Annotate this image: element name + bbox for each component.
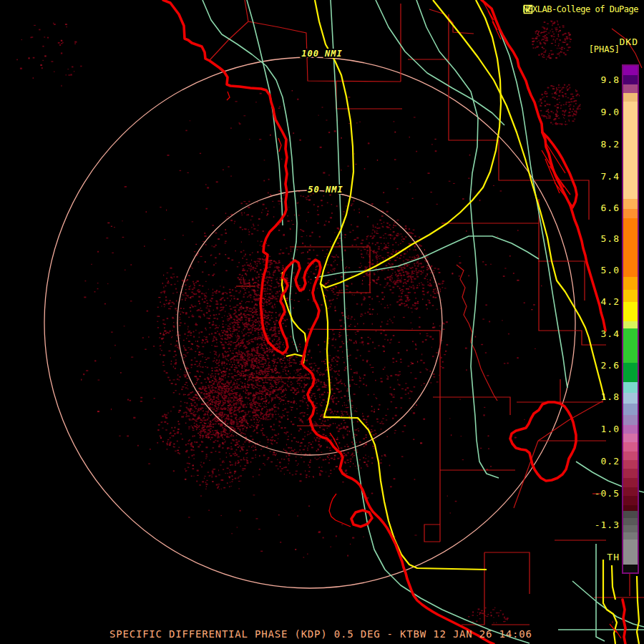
se-corner-coast-path — [623, 600, 625, 644]
color-scale-tick: 1.8 — [601, 391, 620, 402]
color-scale-segment — [623, 209, 638, 218]
color-scale-segment — [623, 460, 638, 469]
color-scale-segment — [623, 302, 638, 321]
radar-id-label: DKD — [620, 36, 638, 47]
threshold-label: TH — [607, 552, 620, 562]
color-scale-segment — [623, 277, 638, 290]
color-scale-segment — [623, 393, 638, 404]
color-scale-tick: 0.2 — [601, 456, 620, 467]
color-scale-segment — [623, 487, 638, 496]
color-scale-segment — [623, 102, 638, 199]
color-scale-tick: -1.3 — [595, 519, 620, 530]
coastline — [163, 0, 625, 644]
color-scale-tick: 5.0 — [601, 265, 620, 275]
page-flag-icon — [523, 4, 533, 14]
unit-label: [PHAS] — [589, 44, 620, 54]
range-label-100nmi: 100 NMI — [301, 49, 343, 59]
color-scale-segment — [623, 518, 638, 525]
color-scale-segment — [623, 93, 638, 102]
product-caption: SPECIFIC DIFFERENTIAL PHASE (KDP) 0.5 DE… — [109, 628, 532, 640]
color-scale-segment — [623, 565, 638, 572]
range-label-50nmi: 50 NMI — [308, 185, 343, 195]
color-scale-segment — [623, 84, 638, 93]
color-scale-tick: 9.8 — [601, 74, 620, 85]
color-scale-segment — [623, 452, 638, 460]
color-scale-segment — [623, 328, 638, 363]
charlotte-harbor-island-path — [351, 510, 372, 527]
radar-display: 100 NMI 50 NMI NEXLAB-College of DuPage … — [0, 0, 644, 644]
range-rings — [44, 57, 575, 588]
color-scale-tick: -0.5 — [595, 488, 620, 499]
color-scale-segment — [623, 404, 638, 415]
color-scale-tick: 2.6 — [601, 360, 620, 371]
color-scale-segment — [623, 75, 638, 84]
color-scale-segment — [623, 511, 638, 518]
color-scale-segment — [623, 363, 638, 382]
lagoon-hatch-path — [484, 3, 572, 206]
color-scale-tick: 3.4 — [601, 328, 620, 339]
color-scale-segment — [623, 415, 638, 425]
color-scale-segment — [623, 442, 638, 452]
range-ring-50nmi — [177, 190, 442, 455]
color-scale-segment — [623, 382, 638, 393]
range-ring-100nmi — [44, 57, 575, 588]
color-scale-segment — [623, 525, 638, 532]
color-scale-segment — [623, 199, 638, 209]
color-scale-segment — [623, 290, 638, 302]
east-coastline-path — [482, 0, 605, 331]
color-scale-segment — [623, 218, 638, 277]
color-scale-tick: 6.6 — [601, 203, 620, 213]
color-scale-segment — [623, 321, 638, 328]
color-scale-segment — [623, 425, 638, 434]
color-scale-segment — [623, 66, 638, 75]
color-scale-tick: 8.2 — [601, 139, 620, 150]
color-scale-tick: 7.4 — [601, 171, 620, 182]
color-scale-segment — [623, 496, 638, 505]
color-scale-segment — [623, 505, 638, 511]
color-scale-tick: 4.2 — [601, 296, 620, 307]
color-scale-segment — [623, 532, 638, 540]
county-boundaries — [210, 0, 644, 625]
color-scale-segment — [623, 540, 638, 565]
brand-header: NEXLAB-College of DuPage — [523, 4, 638, 14]
cape-barrier-path — [542, 132, 577, 208]
lake-okeechobee-path — [510, 402, 576, 481]
kdp-color-scale — [622, 64, 639, 574]
color-scale-segment — [623, 478, 638, 487]
color-scale-segment — [623, 434, 638, 442]
radar-map: 100 NMI 50 NMI — [0, 0, 644, 644]
color-scale-segment — [623, 469, 638, 478]
color-scale-tick: 1.0 — [601, 424, 620, 434]
color-scale-tick: 9.0 — [601, 107, 620, 117]
brand-text: NEXLAB-College of DuPage — [523, 4, 638, 14]
color-scale-tick: 5.8 — [601, 233, 620, 244]
